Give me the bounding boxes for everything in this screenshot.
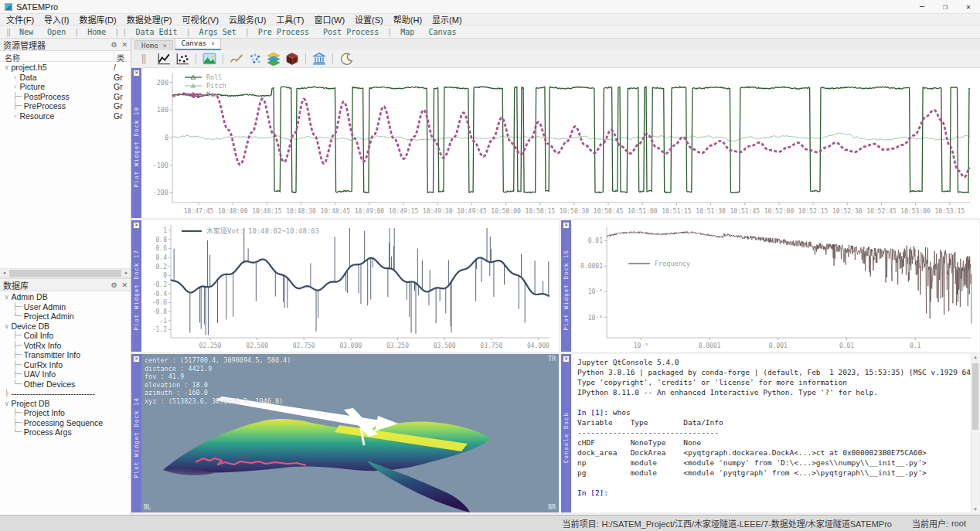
database-tree-item[interactable]: ├─Project Info [0,408,131,418]
menu-item-5[interactable]: 云服务(U) [229,13,266,26]
tab-home[interactable]: Home× [134,40,173,50]
column-name[interactable]: 名称 [0,51,114,61]
dock-label: Plot Widget Dock 14 [133,397,140,478]
branch-line: ├─ [13,370,22,378]
scroll-left-icon[interactable]: ◄ [0,271,9,275]
explorer-tree-item[interactable]: ├─PostProcessGr [0,92,131,102]
column-type[interactable]: 类 [114,51,131,61]
ribbon-item-canvas[interactable]: Canvas [428,28,456,36]
dock-close-button[interactable]: × [563,222,570,229]
database-tree-item[interactable]: └─Process Args [0,427,131,437]
console-dock-titlebar[interactable]: × Console Dock [561,354,571,512]
database-tree-item[interactable]: ├------------------------------- [0,389,131,399]
menu-item-3[interactable]: 数据处理(P) [127,13,172,26]
tab-canvas[interactable]: Canvas× [175,38,221,50]
svg-text:0.01: 0.01 [588,237,603,244]
scrollbar-thumb[interactable] [972,363,978,430]
layers-icon[interactable] [264,51,283,66]
ribbon-item-new[interactable]: New [19,28,33,36]
ribbon-item-args-set[interactable]: Args Set [199,28,236,36]
database-tree-item[interactable]: └─Other Devices [0,380,131,390]
database-tree-item[interactable]: └─Project Admin [0,311,131,322]
svg-text:100: 100 [157,106,168,114]
ribbon-item-map[interactable]: Map [400,28,414,36]
menu-item-0[interactable]: 文件(F) [6,13,34,26]
bank-icon[interactable] [310,51,328,66]
attitude-dock-titlebar[interactable]: × Plot Widget Dock 18 [131,68,141,218]
ribbon-item-data-edit[interactable]: Data Edit [135,28,177,36]
branch-line: ├─ [13,351,22,359]
minimize-button[interactable]: ─ [910,0,934,13]
branch-line: ├─ [13,303,22,311]
dock-close-button[interactable]: × [133,356,140,363]
svg-text:Yaw: Yaw [206,90,219,98]
console-vscrollbar[interactable]: ▲ ▼ [971,354,979,512]
database-settings-icon[interactable]: ⚙ [111,281,117,289]
explorer-tree-item[interactable]: ∨project.h5/ [0,63,131,73]
menu-item-9[interactable]: 帮助(H) [393,13,422,26]
toolbar-separator [305,53,306,64]
database-tree-item[interactable]: ∨Admin DB [0,292,131,302]
ribbon-item-pre-process[interactable]: Pre Process [258,28,309,36]
database-tree-item[interactable]: ∨Project DB [0,399,131,409]
database-tree-item[interactable]: ├─Processing Sequence [0,418,131,428]
svg-text:10:47:45: 10:47:45 [184,208,214,215]
database-close-icon[interactable]: ✕ [121,281,128,289]
corner-label-bl: BL [144,504,151,511]
explorer-hscrollbar[interactable]: ◄ ► [0,268,131,277]
ribbon-item-open[interactable]: Open [47,28,66,36]
ribbon-item-post-process[interactable]: Post Process [323,28,379,36]
svg-text:10:49:00: 10:49:00 [355,208,385,215]
frequency-dock-titlebar[interactable]: × Plot Widget Dock 16 [561,220,571,352]
explorer-tree-item[interactable]: ›PictureGr [0,82,131,92]
image-icon[interactable] [200,51,219,66]
tab-close-icon[interactable]: × [211,40,215,47]
database-tree: ∨Admin DB├─User Admin└─Project Admin∨Dev… [0,291,131,515]
explorer-settings-icon[interactable]: ⚙ [111,41,117,49]
menu-item-6[interactable]: 工具(T) [276,13,304,26]
database-tree-item[interactable]: ∨Device DB [0,322,131,332]
database-tree-item[interactable]: ├─User Admin [0,302,131,312]
scroll-up-icon[interactable]: ▲ [971,355,979,359]
branch-line: └─ [13,380,22,388]
moon-icon[interactable] [337,51,356,66]
menu-item-7[interactable]: 窗口(W) [314,13,345,26]
frequency-dock: × Plot Widget Dock 16 0.010.000110⁻⁶10⁻⁸… [561,220,979,352]
surface3d-dock-titlebar[interactable]: × Plot Widget Dock 14 [131,354,141,512]
surface3d-view[interactable]: center : (517780.4, 3098094.5, 580.4)dis… [141,354,559,512]
voxel-cube-icon[interactable] [283,51,301,66]
line-chart-icon[interactable] [155,51,173,66]
explorer-tree-item[interactable]: ├─PreProcessGr [0,101,131,111]
maximize-button[interactable]: ❐ [934,0,957,13]
curve-fit-icon[interactable] [227,51,246,66]
svg-text:10:49:45: 10:49:45 [457,208,487,215]
dock-close-button[interactable]: × [133,222,140,229]
explorer-close-icon[interactable]: ✕ [121,41,128,49]
menu-item-4[interactable]: 可视化(V) [182,13,219,26]
menu-item-10[interactable]: 显示(M) [432,13,462,26]
database-tree-item[interactable]: ├─VotRx Info [0,341,131,351]
menu-item-2[interactable]: 数据库(D) [79,13,116,26]
svg-text:10:52:30: 10:52:30 [832,208,863,215]
dock-close-button[interactable]: × [563,356,570,363]
vot-dock-titlebar[interactable]: × Plot Widget Dock 17 [131,220,141,352]
menu-item-8[interactable]: 设置(S) [355,13,383,26]
ribbon-separator: | [186,28,191,36]
menu-item-1[interactable]: 导入(I) [44,13,69,26]
explorer-tree-item[interactable]: ›ResourceGr [0,111,131,121]
scroll-down-icon[interactable]: ▼ [971,507,979,512]
tab-close-icon[interactable]: × [163,43,167,49]
database-tree-item[interactable]: ├─UAV Info [0,369,131,380]
scatter-chart-icon[interactable] [173,51,192,66]
ribbon-item-home[interactable]: Home [87,28,106,36]
explorer-tree-item[interactable]: ›DataGr [0,73,131,83]
database-tree-item[interactable]: ├─CurRx Info [0,360,131,370]
scroll-right-icon[interactable]: ► [122,271,131,275]
dock-close-button[interactable]: × [133,70,140,77]
database-tree-item[interactable]: ├─Transmitter Info [0,350,131,360]
jupyter-console[interactable]: Jupyter QtConsole 5.4.0Python 3.8.16 | p… [571,354,979,512]
scatter3d-icon[interactable] [246,51,264,66]
scrollbar-thumb[interactable] [9,270,121,277]
close-button[interactable]: ✕ [957,0,980,13]
database-tree-item[interactable]: ├─Coil Info [0,331,131,341]
